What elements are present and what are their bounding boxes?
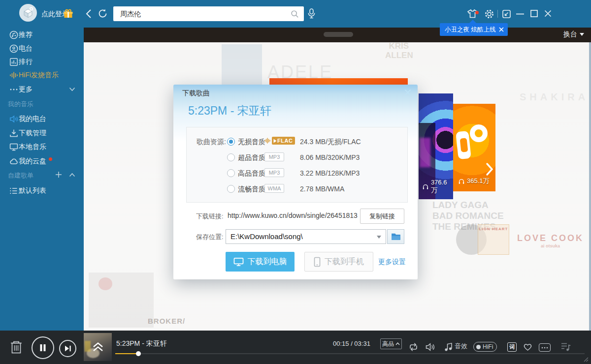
- next-station-arrow[interactable]: [485, 162, 494, 177]
- sidebar-item-label: 我的电台: [19, 115, 46, 123]
- resize-grip[interactable]: [583, 356, 589, 362]
- kuaishou-logo: [457, 122, 492, 162]
- download-icon: [9, 128, 19, 138]
- listen-count: 365.1万: [458, 177, 490, 185]
- search-input[interactable]: [119, 8, 284, 20]
- minimize-icon[interactable]: [516, 13, 524, 15]
- gift-icon[interactable]: [63, 9, 73, 18]
- progress-fill: [115, 353, 139, 354]
- sidebar-item-my-radio[interactable]: 我的电台: [0, 113, 84, 125]
- sidebar-item-label: 更多: [19, 85, 33, 94]
- microphone-icon[interactable]: [307, 8, 316, 20]
- content-scrollbar[interactable]: [589, 42, 591, 331]
- sidebar-item-local-music[interactable]: 本地音乐: [0, 141, 84, 153]
- radio-super[interactable]: [227, 153, 235, 161]
- quality-selector[interactable]: 高品: [380, 338, 402, 349]
- mp3-badge: MP3: [264, 168, 284, 177]
- sidebar-item-label: HiFi发烧音乐: [19, 71, 59, 80]
- hifi-toggle[interactable]: HiFi: [473, 342, 497, 352]
- search-box: [113, 6, 304, 21]
- lyrics-button[interactable]: 词: [507, 342, 517, 352]
- ellipsis-icon: [541, 347, 548, 349]
- sidebar-item-radio[interactable]: 电台: [0, 43, 84, 55]
- sidebar-item-default-playlist[interactable]: 默认列表: [0, 185, 84, 197]
- sidebar-item-label: 本地音乐: [19, 143, 46, 152]
- pause-button[interactable]: [32, 336, 54, 359]
- playlist-queue-icon[interactable]: [560, 342, 571, 352]
- caret-down-icon: [580, 33, 584, 36]
- content-top-strip: 换台: [84, 28, 591, 42]
- copy-link-button[interactable]: 复制链接: [360, 209, 404, 224]
- monitor-icon: [9, 142, 19, 152]
- download-to-pc-button[interactable]: 下载到电脑: [226, 252, 295, 272]
- sidebar-section-my-music: 我的音乐: [8, 100, 33, 109]
- change-station-label: 换台: [563, 30, 577, 39]
- music-note-icon[interactable]: [444, 342, 453, 352]
- progress-handle[interactable]: [136, 351, 141, 356]
- change-station-button[interactable]: 换台: [563, 30, 584, 39]
- back-icon[interactable]: [85, 9, 92, 19]
- station-card-kuaishou[interactable]: 365.1万: [453, 104, 495, 191]
- more-settings-link[interactable]: 更多设置: [378, 258, 406, 267]
- collapse-playlists-icon[interactable]: [69, 173, 75, 177]
- folder-icon: [391, 233, 401, 241]
- refresh-icon[interactable]: [98, 8, 108, 19]
- chevron-down-icon[interactable]: [69, 87, 75, 91]
- progress-bar[interactable]: [115, 353, 585, 354]
- bg-text-lovecook-sub: ai otsuka: [517, 243, 584, 248]
- logo-body-cut: [460, 138, 468, 152]
- download-to-phone-button[interactable]: 下载到手机: [304, 252, 373, 272]
- sidebar-item-ranking[interactable]: 排行: [0, 56, 84, 68]
- more-options-button[interactable]: [539, 343, 551, 352]
- download-dialog: 下载歌曲 5:23PM - 宋亚轩 歌曲资源: 无损音质 FLAC: [173, 85, 418, 279]
- search-icon[interactable]: [291, 10, 299, 18]
- repeat-mode-icon[interactable]: [408, 342, 419, 352]
- save-location-label: 保存位置:: [196, 233, 224, 242]
- sidebar-item-recommend[interactable]: 推荐: [0, 29, 84, 41]
- sidebar-item-hifi[interactable]: HiFi发烧音乐: [0, 69, 84, 81]
- add-playlist-icon[interactable]: [55, 171, 62, 178]
- listen-count-value: 376.6万: [431, 179, 453, 195]
- sound-effect-button[interactable]: 音效: [455, 342, 467, 351]
- tooltip-close-icon[interactable]: [499, 27, 504, 32]
- drag-handle[interactable]: [324, 32, 353, 37]
- quality-selector-label: 高品: [382, 340, 394, 348]
- radio-smooth[interactable]: [227, 185, 235, 193]
- radio-lossless[interactable]: [227, 138, 235, 146]
- flac-badge: FLAC: [272, 137, 295, 145]
- close-window-icon[interactable]: [544, 10, 552, 17]
- sidebar-item-label: 推荐: [19, 30, 33, 39]
- settings-gear-icon[interactable]: [484, 9, 494, 19]
- expand-player-icon[interactable]: [92, 340, 104, 353]
- skin-promo-tooltip: 小丑之夜 炫酷上线: [440, 23, 508, 36]
- mini-mode-icon[interactable]: [502, 9, 511, 19]
- dialog-close-icon[interactable]: [404, 89, 411, 96]
- hifi-label: HiFi: [483, 343, 493, 350]
- bg-text-lionheart: LION HEART: [478, 227, 509, 231]
- sidebar-item-label: 下载管理: [19, 129, 46, 138]
- next-button[interactable]: [59, 340, 76, 357]
- sidebar-item-downloads[interactable]: 下载管理: [0, 127, 84, 139]
- volume-icon[interactable]: [425, 342, 435, 352]
- kuwo-logo[interactable]: [19, 4, 37, 22]
- sidebar-item-cloud-drive[interactable]: 我的云盘: [0, 155, 84, 167]
- bg-text-lovecook-line: LOVE COOK: [517, 233, 584, 243]
- caret-down-icon[interactable]: [377, 236, 381, 239]
- save-path-dropdown[interactable]: E:\KwDownload\song\: [226, 229, 386, 244]
- tooltip-text: 小丑之夜 炫酷上线: [445, 26, 495, 34]
- maximize-icon[interactable]: [530, 10, 538, 17]
- promo-banner[interactable]: [269, 78, 408, 85]
- radio-high[interactable]: [227, 169, 235, 177]
- sidebar-item-label: 默认列表: [19, 186, 46, 195]
- quality-info: 2.78 MB/WMA: [300, 185, 344, 193]
- sidebar-item-more[interactable]: 更多: [0, 84, 84, 95]
- trash-icon[interactable]: [10, 340, 23, 355]
- now-playing-thumbnail[interactable]: [84, 333, 112, 361]
- logo-ring: [470, 124, 488, 142]
- browse-folder-button[interactable]: [387, 229, 404, 244]
- monitor-icon: [233, 257, 244, 267]
- playlist-icon: [9, 186, 19, 196]
- station-card-pop[interactable]: 376.6万: [419, 93, 453, 199]
- resource-label: 歌曲资源:: [197, 138, 226, 147]
- favorite-heart-icon[interactable]: [523, 342, 533, 351]
